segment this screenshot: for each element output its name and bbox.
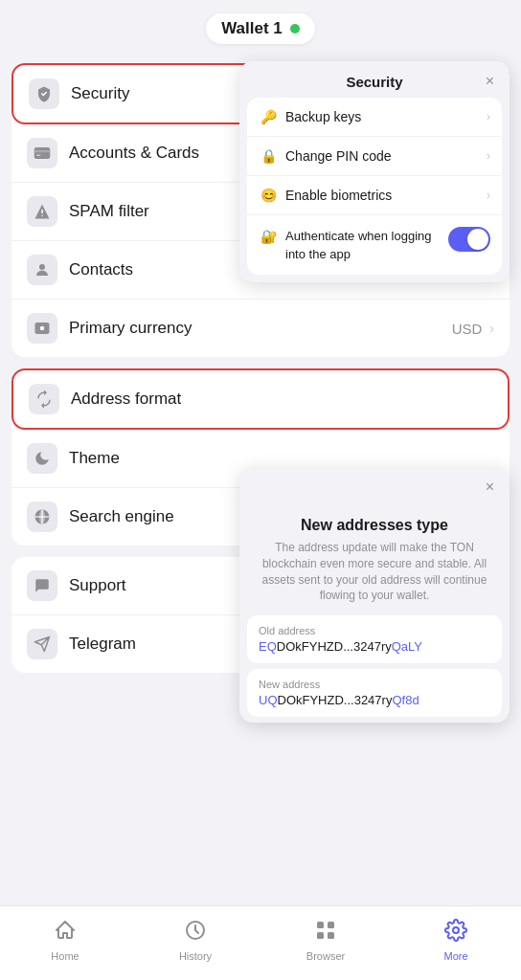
telegram-icon <box>27 629 57 659</box>
globe-icon <box>27 501 57 532</box>
currency-label: Primary currency <box>69 319 452 338</box>
new-prefix: UQ <box>259 693 278 707</box>
card-icon <box>27 138 57 168</box>
new-address-box: New address UQDOkFYHZD...3247ryQf8d <box>247 669 502 717</box>
panel-item-backup[interactable]: 🔑 Backup keys › <box>247 98 502 137</box>
currency-value: USD <box>452 321 483 337</box>
svg-rect-4 <box>41 215 43 217</box>
nav-item-more[interactable]: More <box>391 919 521 968</box>
grid-icon <box>314 919 337 947</box>
home-icon <box>54 919 77 947</box>
shield-icon <box>29 78 59 109</box>
chat-icon <box>27 570 57 601</box>
auth-toggle[interactable] <box>448 227 490 252</box>
currency-chevron: › <box>489 321 494 336</box>
new-mid: DOkFYHZD...3247ry <box>278 693 393 707</box>
lock-icon: 🔒 <box>259 148 278 164</box>
address-panel-desc: The address update will make the TON blo… <box>239 540 510 615</box>
auth-label: Authenticate when logging into the app <box>285 229 432 261</box>
panel-item-auth[interactable]: 🔐 Authenticate when logging into the app <box>247 215 502 275</box>
svg-point-17 <box>453 927 459 933</box>
pin-chevron: › <box>487 149 490 163</box>
svg-rect-14 <box>328 922 334 928</box>
browser-label: Browser <box>306 950 345 962</box>
svg-rect-1 <box>34 150 51 152</box>
pin-label: Change PIN code <box>285 148 487 164</box>
address-panel: × New addresses type The address update … <box>239 467 510 723</box>
security-panel-title: Security <box>274 74 475 90</box>
clock-icon <box>184 919 207 947</box>
biometrics-chevron: › <box>487 189 490 202</box>
refresh-icon <box>29 384 59 414</box>
old-address-label: Old address <box>259 625 490 636</box>
security-panel-header: Security × <box>239 61 510 98</box>
wallet-badge: Wallet 1 <box>206 13 315 44</box>
more-label: More <box>443 950 467 962</box>
address-panel-header: × <box>239 467 510 503</box>
svg-point-7 <box>40 326 45 331</box>
security-panel-close[interactable]: × <box>475 73 494 90</box>
nav-item-history[interactable]: History <box>130 919 260 968</box>
theme-label: Theme <box>69 449 494 468</box>
currency-icon <box>27 313 57 344</box>
old-prefix: EQ <box>259 639 277 654</box>
svg-point-5 <box>39 264 45 270</box>
address-label: Address format <box>71 390 492 409</box>
svg-rect-0 <box>34 147 51 159</box>
wallet-title: Wallet 1 <box>221 19 283 38</box>
key-icon: 🔑 <box>259 109 278 124</box>
menu-item-address[interactable]: Address format <box>11 368 510 430</box>
biometrics-label: Enable biometrics <box>285 188 487 203</box>
svg-rect-2 <box>36 155 41 157</box>
security-panel: Security × 🔑 Backup keys › 🔒 Change PIN … <box>239 61 510 282</box>
address-panel-title: New addresses type <box>239 503 510 540</box>
old-suffix: QaLY <box>392 639 422 654</box>
home-label: Home <box>51 950 79 962</box>
svg-rect-3 <box>41 210 43 214</box>
gear-icon <box>444 919 467 947</box>
toggle-knob <box>467 229 488 250</box>
old-address-box: Old address EQDOkFYHZD...3247ryQaLY <box>247 615 502 663</box>
panel-item-biometrics[interactable]: 😊 Enable biometrics › <box>247 176 502 215</box>
new-suffix: Qf8d <box>392 693 419 707</box>
auth-content: Authenticate when logging into the app <box>285 227 448 263</box>
status-dot <box>290 24 300 33</box>
panel-item-pin[interactable]: 🔒 Change PIN code › <box>247 137 502 176</box>
address-panel-close[interactable]: × <box>475 479 494 496</box>
main-content: Security Accounts & Cards SPAM filte <box>0 54 521 761</box>
svg-rect-13 <box>317 922 324 928</box>
nav-item-browser[interactable]: Browser <box>260 919 391 968</box>
moon-icon <box>27 443 57 474</box>
header: Wallet 1 <box>0 0 521 54</box>
new-address-label: New address <box>259 679 490 690</box>
warning-icon <box>27 196 57 227</box>
old-address-value: EQDOkFYHZD...3247ryQaLY <box>259 639 490 654</box>
backup-label: Backup keys <box>285 109 487 124</box>
security-panel-items: 🔑 Backup keys › 🔒 Change PIN code › 😊 En… <box>247 98 502 275</box>
old-mid: DOkFYHZD...3247ry <box>277 639 392 654</box>
bottom-nav: Home History Browser More <box>0 905 521 980</box>
menu-item-currency[interactable]: Primary currency USD › <box>11 300 510 357</box>
person-icon <box>27 255 57 285</box>
history-label: History <box>179 950 212 962</box>
lock2-icon: 🔐 <box>259 229 278 244</box>
svg-rect-16 <box>328 932 334 939</box>
svg-rect-15 <box>317 932 324 939</box>
backup-chevron: › <box>487 110 490 123</box>
nav-item-home[interactable]: Home <box>0 919 130 968</box>
face-icon: 😊 <box>259 188 278 203</box>
new-address-value: UQDOkFYHZD...3247ryQf8d <box>259 693 490 707</box>
